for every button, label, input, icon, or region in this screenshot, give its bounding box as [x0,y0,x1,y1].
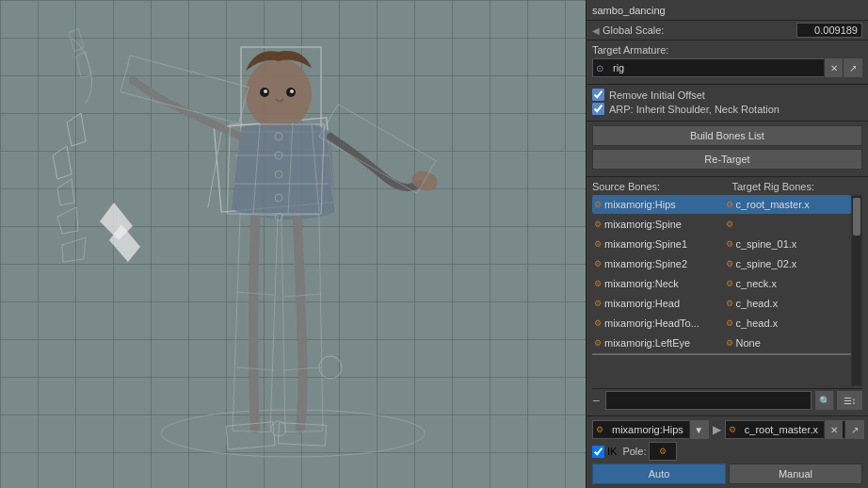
main-buttons-section: Build Bones List Re-Target [587,122,868,177]
source-bones-header: Source Bones: [592,181,723,192]
retarget-target-field[interactable]: ⚙ c_root_master.x ✕ ↗ [725,420,864,439]
bone-target-name: c_root_master.x [736,199,810,210]
svg-point-35 [319,356,342,379]
retarget-source-dropdown[interactable]: ▼ [689,420,708,439]
target-armature-section: Target Armature: ⊙ rig ✕ ↗ [587,41,868,85]
bones-toolbar: − 🔍 ☰↕ [592,388,862,412]
armature-icon: ⊙ [593,63,606,73]
bone-source-icon: ⚙ [594,318,602,328]
bone-row[interactable]: ⚙ mixamorig:Neck ⚙ c_neck.x [592,274,851,293]
remove-offset-checkbox[interactable] [592,89,604,101]
retarget-bottom-section: ⚙ mixamorig:Hips ▼ ▶ ⚙ c_root_master.x ✕… [587,415,868,488]
retarget-clear-btn[interactable]: ✕ [824,420,843,439]
svg-marker-28 [67,113,86,146]
arp-inherit-row[interactable]: ARP: Inherit Shoulder, Neck Rotation [592,103,862,115]
bone-target-name: c_neck.x [736,278,777,289]
bone-source-icon: ⚙ [594,338,602,348]
bone-row[interactable]: ⚙ mixamorig:Spine ⚙ [592,215,851,234]
svg-marker-30 [57,179,74,205]
bones-headers: Source Bones: Target Rig Bones: [592,181,862,192]
scrollbar-thumb[interactable] [853,198,860,236]
auto-manual-buttons: Auto Manual [592,464,862,484]
pole-bone-icon: ⚙ [659,447,667,456]
bone-target-icon: ⚙ [726,239,733,249]
bones-scrollbar[interactable] [851,195,862,386]
arp-inherit-label: ARP: Inherit Shoulder, Neck Rotation [609,104,780,115]
bone-source-icon: ⚙ [594,259,602,268]
bone-target-icon: ⚙ [726,220,733,229]
bone-row[interactable]: ⚙ mixamorig:HeadTo... ⚙ c_head.x [592,314,851,333]
retarget-mapping-row: ⚙ mixamorig:Hips ▼ ▶ ⚙ c_root_master.x ✕… [592,420,862,439]
bone-row[interactable]: ⚙ mixamorig:Head ⚙ c_head.x [592,294,851,313]
global-scale-label: Global Scale: [603,24,796,36]
svg-point-5 [246,58,312,130]
bones-options-btn[interactable]: ☰↕ [836,391,862,410]
bone-row[interactable]: ⚙ mixamorig:Spine1 ⚙ c_spine_01.x [592,235,851,253]
bone-target-icon: ⚙ [726,318,733,328]
panel-top-strip: sambo_dancing [587,0,868,21]
bone-target-name: c_head.x [736,317,779,329]
ik-checkbox[interactable] [592,446,604,458]
source-bone-icon: ⚙ [593,425,606,434]
bone-target-icon: ⚙ [726,299,733,308]
bone-target-name: c_spine_01.x [736,238,797,250]
clear-armature-btn[interactable]: ✕ [824,58,843,77]
bones-separator [592,353,851,355]
arp-inherit-checkbox[interactable] [592,103,604,115]
remove-bone-btn[interactable]: − [592,393,600,408]
mapping-arrow-icon: ▶ [713,423,721,436]
bone-source-icon: ⚙ [594,220,602,229]
remove-offset-row[interactable]: Remove Initial Offset [592,89,862,101]
bone-target-name: None [736,337,761,349]
svg-marker-29 [53,146,72,179]
collapse-icon: ◀ [592,25,600,36]
bone-target-icon: ⚙ [726,279,733,288]
bone-source-icon: ⚙ [594,200,602,209]
manual-btn[interactable]: Manual [729,464,862,484]
bone-target-icon: ⚙ [726,338,733,348]
pole-field[interactable]: ⚙ [649,442,677,461]
svg-point-40 [290,89,294,93]
target-armature-field[interactable]: ⊙ rig ✕ ↗ [592,58,862,77]
target-bones-header: Target Rig Bones: [723,181,863,192]
retarget-source-field[interactable]: ⚙ mixamorig:Hips ▼ [592,420,709,439]
pole-label: Pole: [622,446,646,457]
bone-target-name: c_spine_02.x [736,258,797,269]
bone-source-name: mixamorig:Spine1 [604,238,687,250]
svg-marker-31 [57,207,78,234]
retarget-browse-btn[interactable]: ↗ [844,420,863,439]
target-armature-value: rig [609,62,824,73]
bone-source-name: mixamorig:Neck [604,278,679,289]
retarget-btn[interactable]: Re-Target [592,149,862,170]
remove-offset-label: Remove Initial Offset [609,89,705,101]
svg-marker-42 [76,52,91,77]
build-bones-btn[interactable]: Build Bones List [592,125,862,146]
bone-row[interactable]: ⚙ mixamorig:LeftEye ⚙ None [592,333,851,352]
bone-source-name: mixamorig:Head [604,298,680,309]
pole-wrap: Pole: ⚙ [622,442,677,461]
browse-armature-btn[interactable]: ↗ [843,58,861,77]
bones-search-btn[interactable]: 🔍 [814,391,833,410]
retarget-source-text: mixamorig:Hips [608,424,687,435]
animation-name-label: sambo_dancing [592,5,666,16]
global-scale-row: ◀ Global Scale: 0.009189 [587,21,868,41]
bones-search-input[interactable] [605,391,812,410]
ik-pole-row: IK Pole: ⚙ [592,442,862,461]
retarget-target-text: c_root_master.x [741,424,822,435]
bone-source-name: mixamorig:LeftEye [604,337,690,349]
bone-row[interactable]: ⚙ mixamorig:Hips ⚙ c_root_master.x [592,195,851,214]
target-bone-icon: ⚙ [726,425,739,434]
bone-source-name: mixamorig:Hips [604,199,676,210]
viewport-3d[interactable] [0,0,586,488]
bone-source-icon: ⚙ [594,299,602,308]
bones-section: Source Bones: Target Rig Bones: ⚙ mixamo… [587,177,868,415]
bone-source-name: mixamorig:Spine [604,219,682,230]
character-wireframe [0,0,586,488]
global-scale-value[interactable]: 0.009189 [796,23,862,38]
bone-row[interactable]: ⚙ mixamorig:Spine2 ⚙ c_spine_02.x [592,254,851,273]
bones-list: ⚙ mixamorig:Hips ⚙ c_root_master.x ⚙ mix… [592,195,851,386]
right-panel: sambo_dancing ◀ Global Scale: 0.009189 T… [586,0,868,488]
ik-checkbox-wrap[interactable]: IK [592,446,617,458]
bone-target-name: c_head.x [736,298,779,309]
auto-btn[interactable]: Auto [592,464,726,484]
